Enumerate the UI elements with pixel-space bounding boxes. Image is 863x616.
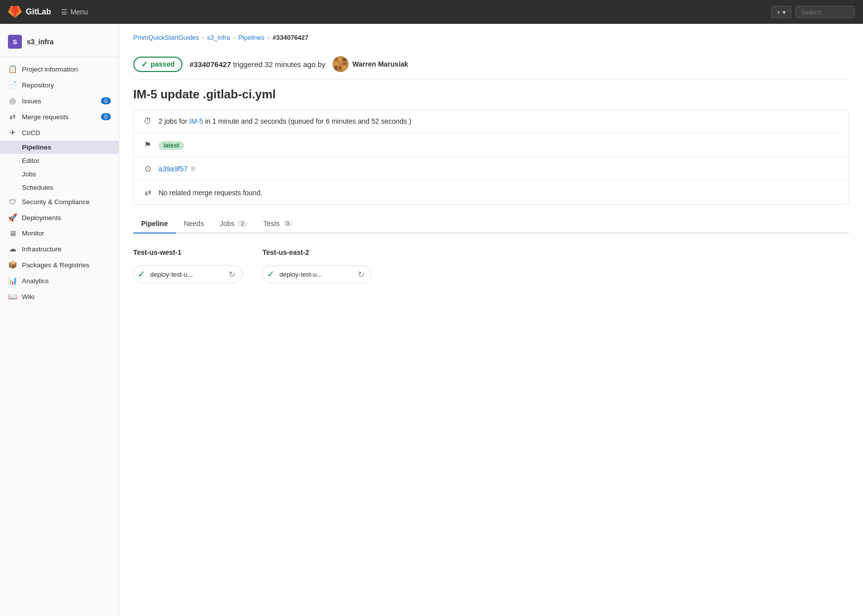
sidebar-item-project-information[interactable]: 📋 Project information (0, 61, 119, 77)
sidebar-item-label: Packages & Registries (22, 261, 89, 269)
retry-icon[interactable]: ↻ (229, 270, 235, 279)
clock-icon: ⏱ (143, 117, 153, 126)
breadcrumb: PmmQuickStartGuides › s3_infra › Pipelin… (133, 34, 849, 41)
job-item-west[interactable]: ✓ deploy-test-u... ↻ (133, 265, 243, 283)
sidebar-item-label: Infrastructure (22, 245, 62, 253)
flag-icon: ⚑ (143, 140, 153, 150)
merge-requests-icon: ⇄ (8, 112, 17, 121)
breadcrumb-link-pipelines[interactable]: Pipelines (238, 34, 264, 41)
pipeline-header: ✓ passed #334076427 triggered 32 minutes… (133, 49, 849, 79)
menu-button[interactable]: ☰ Menu (61, 8, 88, 16)
sidebar-item-issues[interactable]: ◎ Issues 0 (0, 93, 119, 109)
no-merge-row: ⇄ No related merge requests found. (134, 181, 849, 204)
packages-icon: 📦 (8, 260, 17, 269)
tab-pipeline[interactable]: Pipeline (133, 215, 176, 233)
breadcrumb-link-project[interactable]: s3_infra (207, 34, 230, 41)
commit-hash-link[interactable]: a39a9f57 (159, 165, 187, 173)
copy-icon[interactable]: ⎘ (191, 165, 195, 173)
tab-jobs[interactable]: Jobs 2 (212, 215, 256, 233)
tab-needs[interactable]: Needs (176, 215, 212, 233)
sidebar-item-wiki[interactable]: 📖 Wiki (0, 289, 119, 305)
svg-rect-2 (339, 58, 342, 61)
stage-test-us-east-2: Test-us-east-2 ✓ deploy-test-u... ↻ (262, 248, 372, 283)
infrastructure-icon: ☁ (8, 244, 17, 253)
sidebar-item-label: Security & Compliance (22, 198, 90, 206)
pipeline-stages: Test-us-west-1 ✓ deploy-test-u... ↻ Test… (133, 243, 849, 288)
svg-rect-4 (335, 62, 338, 65)
page-layout: S s3_infra 📋 Project information 📄 Repos… (0, 24, 863, 616)
deployments-icon: 🚀 (8, 213, 17, 222)
merge-icon: ⇄ (143, 188, 153, 197)
issues-badge: 0 (101, 97, 111, 104)
sidebar-item-repository[interactable]: 📄 Repository (0, 77, 119, 93)
svg-rect-5 (339, 62, 342, 65)
latest-row: ⚑ latest (134, 133, 849, 157)
commit-icon: ⊙ (143, 164, 153, 173)
breadcrumb-current: #334076427 (272, 34, 308, 41)
sidebar-item-merge-requests[interactable]: ⇄ Merge requests 0 (0, 109, 119, 125)
top-navigation: GitLab ☰ Menu + ▾ (0, 0, 863, 24)
monitor-icon: 🖥 (8, 229, 17, 237)
svg-rect-8 (339, 66, 342, 70)
sidebar-sub-item-editor[interactable]: Editor (0, 154, 119, 167)
sidebar-item-packages-registries[interactable]: 📦 Packages & Registries (0, 257, 119, 273)
new-item-button[interactable]: + ▾ (771, 6, 791, 18)
sidebar-item-infrastructure[interactable]: ☁ Infrastructure (0, 241, 119, 257)
svg-rect-7 (335, 66, 338, 70)
project-header: S s3_infra (0, 30, 119, 57)
brand-name: GitLab (26, 7, 51, 16)
check-icon: ✓ (141, 60, 148, 69)
breadcrumb-link-org[interactable]: PmmQuickStartGuides (133, 34, 199, 41)
tab-tests-count: 0 (283, 220, 293, 227)
stage-title: Test-us-west-1 (133, 248, 243, 256)
pipeline-tabs: Pipeline Needs Jobs 2 Tests 0 (133, 215, 849, 233)
sidebar-item-label: Issues (22, 97, 41, 105)
issues-icon: ◎ (8, 96, 17, 105)
sidebar-item-analytics[interactable]: 📊 Analytics (0, 273, 119, 289)
tab-jobs-count: 2 (238, 220, 248, 227)
security-icon: 🛡 (8, 198, 17, 206)
pipeline-info-box: ⏱ 2 jobs for IM-5 in 1 minute and 2 seco… (133, 109, 849, 205)
commit-row: ⊙ a39a9f57 ⎘ (134, 157, 849, 181)
status-badge: ✓ passed (133, 57, 182, 72)
sidebar-item-label: Analytics (22, 277, 49, 285)
job-item-east[interactable]: ✓ deploy-test-u... ↻ (262, 265, 372, 283)
pipeline-title: #334076427 triggered 32 minutes ago by (189, 60, 326, 69)
repository-icon: 📄 (8, 80, 17, 89)
user-avatar-svg (333, 56, 348, 72)
project-information-icon: 📋 (8, 65, 17, 74)
pipeline-main-title: IM-5 update .gitlab-ci.yml (133, 87, 849, 101)
retry-icon[interactable]: ↻ (358, 270, 364, 279)
sidebar-sub-item-jobs[interactable]: Jobs (0, 167, 119, 181)
sidebar-item-security-compliance[interactable]: 🛡 Security & Compliance (0, 194, 119, 210)
latest-badge-content: latest (159, 141, 184, 149)
sidebar-item-label: Repository (22, 81, 54, 89)
project-name: s3_infra (27, 38, 54, 46)
tab-tests[interactable]: Tests 0 (256, 215, 301, 233)
top-nav-actions: + ▾ (771, 6, 855, 18)
job-name: deploy-test-u... (150, 271, 193, 278)
sidebar-item-label: CI/CD (22, 129, 40, 137)
commit-content: a39a9f57 ⎘ (159, 165, 195, 173)
search-input[interactable] (795, 6, 855, 18)
svg-rect-6 (343, 62, 346, 65)
jobs-info-text: 2 jobs for IM-5 in 1 minute and 2 second… (159, 117, 411, 125)
jobs-info-row: ⏱ 2 jobs for IM-5 in 1 minute and 2 seco… (134, 110, 849, 133)
sidebar: S s3_infra 📋 Project information 📄 Repos… (0, 24, 119, 616)
no-merge-text: No related merge requests found. (159, 189, 262, 197)
sidebar-item-monitor[interactable]: 🖥 Monitor (0, 226, 119, 241)
sidebar-sub-item-pipelines[interactable]: Pipelines (0, 141, 119, 154)
branch-link[interactable]: IM-5 (189, 117, 203, 125)
sidebar-item-deployments[interactable]: 🚀 Deployments (0, 210, 119, 226)
gitlab-logo[interactable]: GitLab (8, 5, 51, 19)
latest-badge: latest (159, 141, 184, 150)
merge-requests-badge: 0 (101, 113, 111, 120)
job-name: deploy-test-u... (279, 271, 322, 278)
sidebar-item-label: Monitor (22, 230, 44, 237)
sidebar-sub-item-schedules[interactable]: Schedules (0, 181, 119, 194)
sidebar-item-cicd[interactable]: ✈ CI/CD (0, 125, 119, 141)
sidebar-item-label: Merge requests (22, 113, 69, 121)
sidebar-item-label: Deployments (22, 214, 61, 222)
stage-title: Test-us-east-2 (262, 248, 372, 256)
sidebar-item-label: Wiki (22, 293, 35, 301)
